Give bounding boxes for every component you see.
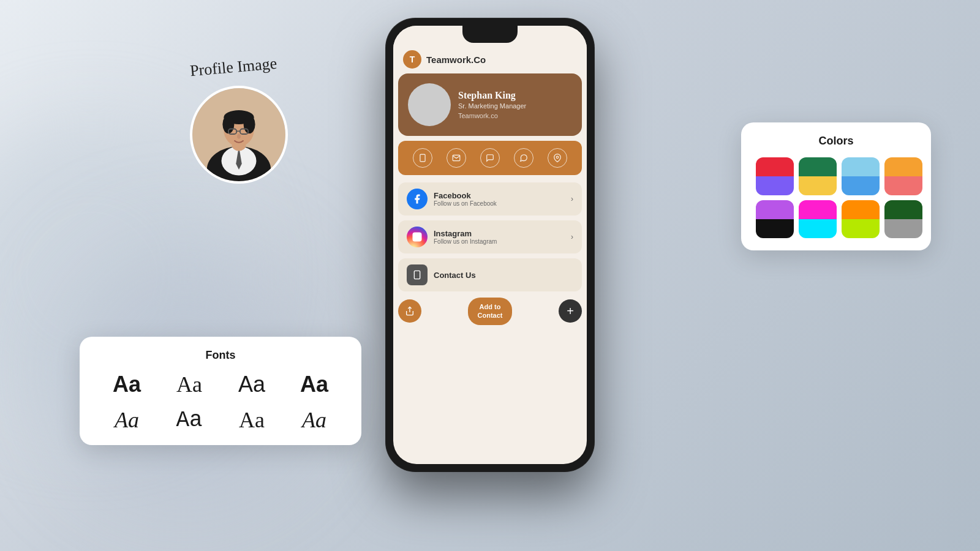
app-name: Teamwork.Co [426, 54, 486, 65]
colors-grid [756, 157, 916, 238]
plus-btn[interactable]: + [559, 299, 582, 323]
color-top-8 [884, 200, 922, 219]
color-top-2 [799, 157, 837, 176]
instagram-link[interactable]: Instagram Follow us on Instagram › [398, 220, 582, 253]
font-sample-8[interactable]: Aa [285, 407, 343, 433]
color-swatch-2[interactable] [799, 157, 837, 195]
instagram-arrow: › [571, 233, 573, 241]
facebook-link[interactable]: Facebook Follow us on Facebook › [398, 182, 582, 216]
svg-point-20 [237, 134, 241, 139]
font-sample-2[interactable]: Aa [160, 372, 218, 397]
svg-rect-5 [414, 271, 420, 279]
color-swatch-6[interactable] [799, 200, 837, 238]
color-top-7 [842, 200, 880, 219]
chat-icon[interactable] [480, 148, 500, 168]
color-top-4 [884, 157, 922, 176]
fonts-title: Fonts [98, 349, 343, 362]
color-bottom-7 [842, 219, 880, 238]
facebook-desc: Follow us on Facebook [434, 200, 565, 207]
share-btn[interactable] [398, 299, 421, 323]
facebook-name: Facebook [434, 191, 565, 200]
fonts-grid: Aa Aa Aa Aa Aa Aa Aa Aa [98, 372, 343, 433]
font-sample-7[interactable]: Aa [223, 407, 281, 433]
svg-point-2 [557, 156, 559, 159]
color-top-6 [799, 200, 837, 219]
phone-notch [462, 26, 518, 43]
color-bottom-2 [799, 176, 837, 195]
svg-rect-0 [420, 154, 425, 162]
color-bottom-6 [799, 219, 837, 238]
facebook-icon [407, 189, 428, 209]
color-bottom-5 [756, 219, 794, 238]
font-sample-1[interactable]: Aa [98, 372, 156, 397]
color-swatch-4[interactable] [884, 157, 922, 195]
facebook-arrow: › [571, 195, 573, 203]
phone-screen: T Teamwork.Co Stephan King Sr. Marketing… [393, 26, 587, 464]
profile-image [408, 83, 451, 126]
color-swatch-5[interactable] [756, 200, 794, 238]
font-sample-4[interactable]: Aa [285, 372, 343, 397]
color-bottom-4 [884, 176, 922, 195]
color-swatch-7[interactable] [842, 200, 880, 238]
phone-frame: T Teamwork.Co Stephan King Sr. Marketing… [386, 18, 594, 471]
action-icons-row [398, 141, 582, 175]
font-sample-3[interactable]: Aa [223, 372, 281, 397]
instagram-name: Instagram [434, 229, 565, 238]
contact-label: Contact Us [434, 271, 476, 280]
app-logo: T [403, 50, 421, 69]
svg-point-16 [244, 115, 255, 133]
email-icon[interactable] [447, 148, 466, 168]
profile-company: Teamwork.co [458, 112, 572, 119]
profile-floating-image [190, 86, 288, 184]
color-top-3 [842, 157, 880, 176]
instagram-text: Instagram Follow us on Instagram [434, 229, 565, 245]
color-top-5 [756, 200, 794, 219]
profile-name: Stephan King [458, 90, 572, 101]
instagram-icon [407, 227, 428, 247]
color-top-1 [756, 157, 794, 176]
profile-info: Stephan King Sr. Marketing Manager Teamw… [458, 90, 572, 119]
phone-wrapper: T Teamwork.Co Stephan King Sr. Marketing… [386, 18, 594, 533]
color-swatch-3[interactable] [842, 157, 880, 195]
color-bottom-3 [842, 176, 880, 195]
bottom-bar: Add to Contact + [398, 298, 582, 325]
instagram-desc: Follow us on Instagram [434, 238, 565, 245]
color-swatch-8[interactable] [884, 200, 922, 238]
color-bottom-1 [756, 176, 794, 195]
location-icon[interactable] [548, 148, 567, 168]
color-swatch-1[interactable] [756, 157, 794, 195]
contact-icon [407, 264, 428, 285]
profile-hero: Stephan King Sr. Marketing Manager Teamw… [398, 73, 582, 136]
contact-row[interactable]: Contact Us [398, 258, 582, 291]
colors-panel: Colors [741, 122, 931, 250]
font-sample-6[interactable]: Aa [160, 407, 218, 433]
svg-rect-3 [413, 233, 422, 242]
add-contact-btn[interactable]: Add to Contact [468, 298, 513, 325]
fonts-panel: Fonts Aa Aa Aa Aa Aa Aa Aa Aa [80, 337, 361, 445]
phone-icon[interactable] [413, 148, 432, 168]
profile-title: Sr. Marketing Manager [458, 102, 572, 110]
colors-title: Colors [756, 135, 916, 148]
whatsapp-icon[interactable] [514, 148, 533, 168]
font-sample-5[interactable]: Aa [98, 407, 156, 433]
color-bottom-8 [884, 219, 922, 238]
facebook-text: Facebook Follow us on Facebook [434, 191, 565, 207]
